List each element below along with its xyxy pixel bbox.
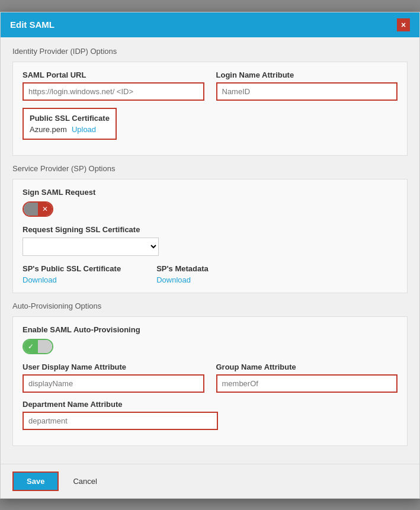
auto-prov-section-title: Auto-Provisioning Options xyxy=(12,301,408,310)
toggle-check-part: ✓ xyxy=(24,340,38,353)
sp-public-ssl-download[interactable]: Download xyxy=(23,275,121,284)
request-signing-label: Request Signing SSL Certificate xyxy=(23,225,397,234)
modal-footer: Save Cancel xyxy=(1,464,419,498)
toggle-off-right-part xyxy=(38,340,52,353)
dept-name-group: Department Name Attribute xyxy=(23,400,218,430)
saml-url-label: SAML Portal URL xyxy=(23,70,204,79)
dept-row: Department Name Attribute xyxy=(23,400,397,430)
upload-link[interactable]: Upload xyxy=(72,125,96,134)
close-button[interactable]: × xyxy=(397,18,410,31)
saml-url-group: SAML Portal URL xyxy=(23,70,204,101)
group-name-input[interactable] xyxy=(216,374,398,393)
sp-section-title: Service Provider (SP) Options xyxy=(12,164,408,173)
idp-section-box: SAML Portal URL Login Name Attribute Pub… xyxy=(12,62,408,156)
login-name-label: Login Name Attribute xyxy=(216,70,398,79)
sp-public-ssl-group: SP's Public SSL Certificate Download xyxy=(23,264,121,284)
idp-section-title: Identity Provider (IDP) Options xyxy=(12,47,408,56)
sp-links-section: SP's Public SSL Certificate Download SP'… xyxy=(23,264,397,284)
group-name-label: Group Name Attribute xyxy=(216,363,398,371)
group-name-group: Group Name Attribute xyxy=(216,363,398,393)
user-display-input[interactable] xyxy=(23,374,204,393)
auto-prov-section-box: Enable SAML Auto-Provisioning ✓ User Dis… xyxy=(12,316,408,446)
edit-saml-modal: Edit SAML × Identity Provider (IDP) Opti… xyxy=(0,12,420,499)
ssl-cert-label: Public SSL Certificate xyxy=(30,114,110,123)
sp-metadata-download[interactable]: Download xyxy=(156,275,209,284)
idp-top-row: SAML Portal URL Login Name Attribute xyxy=(23,70,397,101)
ssl-cert-filename: Azure.pem xyxy=(30,125,67,134)
sp-section-box: Sign SAML Request ✕ Request Signing SSL … xyxy=(12,179,408,293)
sign-saml-label: Sign SAML Request xyxy=(23,188,397,197)
saml-url-input[interactable] xyxy=(23,82,204,101)
sign-saml-toggle[interactable]: ✕ xyxy=(23,201,53,217)
sp-links-row: SP's Public SSL Certificate Download SP'… xyxy=(23,264,397,284)
dept-name-label: Department Name Attribute xyxy=(23,400,218,409)
sign-saml-toggle-container: ✕ xyxy=(23,201,397,217)
dept-name-input[interactable] xyxy=(23,412,218,430)
enable-auto-prov-label: Enable SAML Auto-Provisioning xyxy=(23,325,397,334)
user-display-label: User Display Name Attribute xyxy=(23,363,204,371)
ssl-cert-box: Public SSL Certificate Azure.pem Upload xyxy=(23,108,117,140)
sp-metadata-group: SP's Metadata Download xyxy=(156,264,209,284)
ssl-cert-row: Azure.pem Upload xyxy=(30,125,110,134)
user-display-group: User Display Name Attribute xyxy=(23,363,204,393)
login-name-group: Login Name Attribute xyxy=(216,70,398,101)
idp-cert-row: Public SSL Certificate Azure.pem Upload xyxy=(23,108,397,140)
auto-prov-toggle[interactable]: ✓ xyxy=(23,339,53,354)
auto-prov-toggle-container: ✓ xyxy=(23,339,397,354)
user-group-row: User Display Name Attribute Group Name A… xyxy=(23,363,397,393)
sp-public-ssl-label: SP's Public SSL Certificate xyxy=(23,264,121,273)
modal-header: Edit SAML × xyxy=(1,12,419,37)
save-button[interactable]: Save xyxy=(12,471,59,491)
modal-body: Identity Provider (IDP) Options SAML Por… xyxy=(1,37,419,464)
toggle-right-part: ✕ xyxy=(38,203,52,216)
cancel-button[interactable]: Cancel xyxy=(66,473,104,490)
login-name-input[interactable] xyxy=(216,82,398,101)
sp-metadata-label: SP's Metadata xyxy=(156,264,209,273)
toggle-left-part xyxy=(24,203,38,216)
request-signing-select[interactable] xyxy=(23,238,159,256)
modal-title: Edit SAML xyxy=(10,20,54,30)
